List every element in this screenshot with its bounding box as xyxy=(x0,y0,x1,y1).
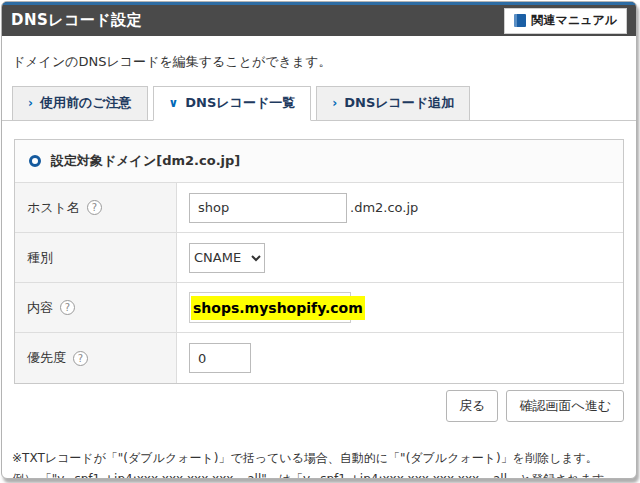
tab-precautions-label: 使用前のご注意 xyxy=(40,94,132,112)
chevron-down-icon: ∨ xyxy=(169,97,179,109)
radio-ring-icon xyxy=(29,155,41,167)
intro-text: ドメインのDNSレコードを編集することができます。 xyxy=(2,36,636,71)
content-row: 内容 ? shops.myshopify.com xyxy=(15,283,623,333)
back-button[interactable]: 戻る xyxy=(446,390,498,422)
priority-input[interactable] xyxy=(189,343,251,373)
action-button-row: 戻る 確認画面へ進む xyxy=(14,390,624,422)
priority-row: 優先度 ? xyxy=(15,333,623,383)
priority-label: 優先度 xyxy=(27,349,66,367)
record-type-value-cell: CNAME xyxy=(177,233,623,282)
host-name-label: ホスト名 xyxy=(27,199,80,217)
page-title: DNSレコード設定 xyxy=(11,11,142,30)
tab-dns-record-add[interactable]: › DNSレコード追加 xyxy=(316,86,470,121)
record-type-label: 種別 xyxy=(27,249,53,267)
priority-value-cell xyxy=(177,333,623,383)
page-window: DNSレコード設定 関連マニュアル ドメインのDNSレコードを編集することができ… xyxy=(1,1,637,479)
help-icon[interactable]: ? xyxy=(60,300,75,315)
target-domain-label: 設定対象ドメイン[dm2.co.jp] xyxy=(51,152,240,170)
txt-record-example: 例） 「"v=spf1 +ip4:xxx.xxx.xxx.xxx ~all"」は… xyxy=(12,469,626,479)
host-name-label-cell: ホスト名 ? xyxy=(15,183,177,232)
content-label-cell: 内容 ? xyxy=(15,283,177,332)
tab-dns-record-list-label: DNSレコード一覧 xyxy=(185,94,295,112)
book-icon xyxy=(514,14,526,27)
dns-record-panel: 設定対象ドメイン[dm2.co.jp] ホスト名 ? .dm2.co.jp 種別… xyxy=(14,139,624,384)
target-domain-header: 設定対象ドメイン[dm2.co.jp] xyxy=(15,140,623,183)
help-icon[interactable]: ? xyxy=(87,200,102,215)
page-header: DNSレコード設定 関連マニュアル xyxy=(2,2,636,36)
highlighted-content-value: shops.myshopify.com xyxy=(191,296,365,320)
record-type-row: 種別 CNAME xyxy=(15,233,623,283)
related-manual-button[interactable]: 関連マニュアル xyxy=(504,8,627,34)
chevron-right-icon: › xyxy=(332,97,337,109)
content-value-cell: shops.myshopify.com xyxy=(177,283,623,332)
host-name-row: ホスト名 ? .dm2.co.jp xyxy=(15,183,623,233)
record-type-select[interactable]: CNAME xyxy=(189,243,265,273)
record-type-label-cell: 種別 xyxy=(15,233,177,282)
help-icon[interactable]: ? xyxy=(73,351,88,366)
tab-dns-record-list[interactable]: ∨ DNSレコード一覧 xyxy=(153,86,312,121)
tab-bar: › 使用前のご注意 ∨ DNSレコード一覧 › DNSレコード追加 xyxy=(2,71,636,121)
txt-record-note: ※TXTレコードが「"(ダブルクォート)」で括っている場合、自動的に「"(ダブル… xyxy=(12,448,626,469)
footer-notes: ※TXTレコードが「"(ダブルクォート)」で括っている場合、自動的に「"(ダブル… xyxy=(12,448,626,479)
priority-label-cell: 優先度 ? xyxy=(15,333,177,383)
proceed-to-confirm-button[interactable]: 確認画面へ進む xyxy=(506,390,624,422)
related-manual-label: 関連マニュアル xyxy=(532,12,617,29)
tab-precautions[interactable]: › 使用前のご注意 xyxy=(12,86,148,121)
host-name-value-cell: .dm2.co.jp xyxy=(177,183,623,232)
tab-dns-record-add-label: DNSレコード追加 xyxy=(344,94,454,112)
chevron-right-icon: › xyxy=(28,97,33,109)
content-input[interactable]: shops.myshopify.com xyxy=(189,292,351,323)
domain-suffix: .dm2.co.jp xyxy=(350,200,418,215)
host-name-input[interactable] xyxy=(189,193,347,223)
content-label: 内容 xyxy=(27,299,53,317)
